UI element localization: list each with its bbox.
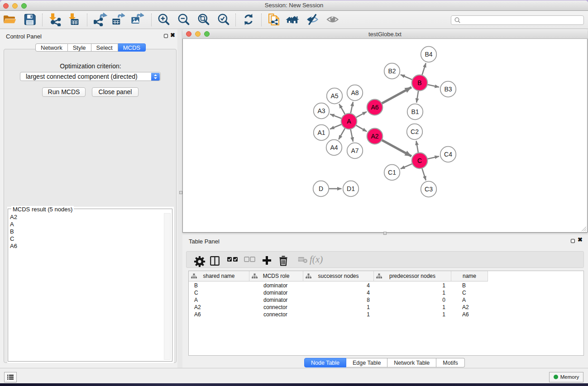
svg-text:A1: A1	[317, 129, 325, 136]
svg-text:C: C	[417, 157, 422, 164]
svg-text:B2: B2	[388, 67, 396, 75]
svg-text:A2: A2	[371, 133, 378, 140]
svg-text:D1: D1	[347, 185, 355, 192]
svg-text:C3: C3	[425, 186, 433, 193]
svg-text:B: B	[417, 79, 421, 86]
svg-text:A3: A3	[317, 107, 325, 114]
svg-text:A5: A5	[330, 92, 338, 100]
svg-text:A4: A4	[330, 144, 338, 151]
svg-text:A8: A8	[351, 89, 359, 96]
svg-text:A6: A6	[371, 104, 378, 111]
svg-text:A7: A7	[351, 147, 359, 154]
svg-text:B4: B4	[425, 51, 432, 58]
svg-text:B3: B3	[444, 86, 452, 93]
svg-text:C2: C2	[411, 128, 419, 135]
svg-text:C4: C4	[444, 151, 452, 158]
svg-text:B1: B1	[411, 108, 419, 115]
svg-text:A: A	[347, 118, 351, 125]
svg-text:D: D	[319, 185, 323, 192]
svg-text:C1: C1	[388, 169, 396, 176]
